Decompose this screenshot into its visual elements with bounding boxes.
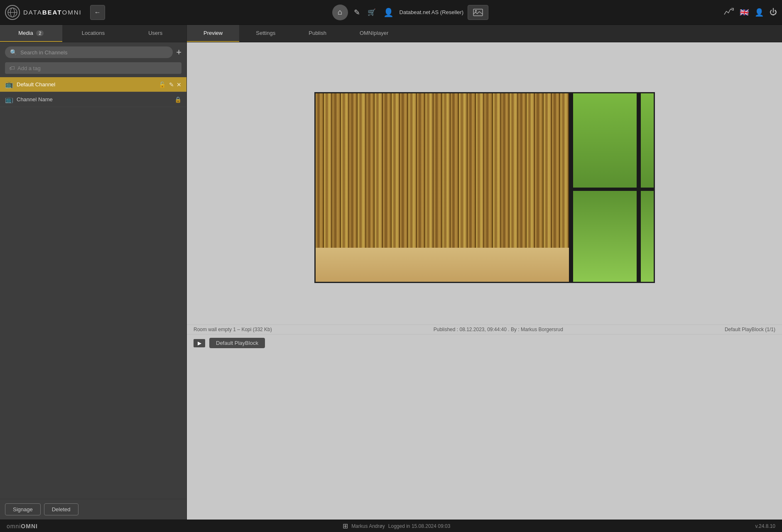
status-user: Markus Andrøy [351,523,385,529]
status-login: Logged in 15.08.2024 09:03 [388,523,450,529]
add-channel-button[interactable]: + [176,48,181,57]
ms-icon: ⊞ [343,522,348,530]
status-center: ⊞ Markus Andrøy Logged in 15.08.2024 09:… [343,522,450,530]
image-button[interactable] [468,5,488,20]
preview-info-bar: Room wall empty 1 – Kopi (332 Kb) Publis… [187,325,782,334]
tag-input-wrapper: 🏷 [5,62,181,74]
flag-icon[interactable]: 🇬🇧 [740,8,749,17]
svg-point-4 [475,10,477,12]
channel-tv-icon: 📺 [5,81,13,88]
window-frame-horizontal [569,188,654,191]
channel-item[interactable]: 📺 Channel Name 🔒 [0,92,186,107]
power-icon[interactable]: ⏻ [770,8,777,17]
back-button[interactable]: ← [90,5,105,20]
media-badge: 2 [36,30,44,36]
preview-controls: ▶ Default PlayBlock [187,334,782,351]
preview-area: Room wall empty 1 – Kopi (332 Kb) Publis… [187,42,782,520]
left-sidebar: Media 2 Locations Users 🔍 + 🏷 [0,25,187,520]
lock-icon: 🔒 [174,96,181,103]
preview-play-button[interactable]: ▶ [194,339,205,347]
brand-text: omniOMNI [7,523,38,530]
main-layout: Media 2 Locations Users 🔍 + 🏷 [0,25,782,520]
tab-media[interactable]: Media 2 [0,25,62,42]
top-navbar: DATABEATOMNI ← ⌂ ✎ 🛒 👤 Databeat.net AS (… [0,0,782,25]
channel-item[interactable]: 📺 Default Channel 🔓 ✎ ✕ [0,77,186,92]
tab-publish[interactable]: Publish [292,25,343,42]
logo-text: DATABEATOMNI [23,9,82,16]
tab-locations[interactable]: Locations [62,25,125,42]
analytics-icon[interactable] [724,7,734,17]
channel-actions: ✎ ✕ [169,81,181,88]
edit-channel-icon[interactable]: ✎ [169,81,174,88]
tab-omniplayer[interactable]: OMNIplayer [343,25,405,42]
user-profile-button[interactable]: 👤 [382,6,395,19]
logo-area: DATABEATOMNI [5,5,82,20]
preview-playblock-info: Default PlayBlock (1/1) [725,327,775,332]
nav-right-icons: 🇬🇧 👤 ⏻ [724,7,777,17]
status-bar: omniOMNI ⊞ Markus Andrøy Logged in 15.08… [0,520,782,532]
window-decoration [569,93,654,282]
person-icon[interactable]: 👤 [755,8,764,17]
sidebar-tabs: Media 2 Locations Users [0,25,186,42]
channel-item-name: Default Channel [17,81,155,88]
preview-top-space [187,42,782,92]
channel-list: 📺 Default Channel 🔓 ✎ ✕ 📺 Channel Name 🔒 [0,77,186,499]
preview-bottom-space [187,283,782,325]
right-content: Preview Settings Publish OMNIplayer [187,25,782,520]
preview-publish-info: Published : 08.12.2023, 09:44:40 . By : … [434,327,563,332]
close-channel-icon[interactable]: ✕ [177,81,181,88]
signage-button[interactable]: Signage [5,503,41,515]
search-input-wrapper: 🔍 [5,46,173,58]
tab-preview[interactable]: Preview [187,25,239,42]
floor-decoration [316,248,569,282]
search-bar: 🔍 + [0,42,186,62]
search-icon: 🔍 [10,49,17,56]
preview-image [316,93,654,282]
nav-center: ⌂ ✎ 🛒 👤 Databeat.net AS (Reseller) [332,5,489,20]
company-name: Databeat.net AS (Reseller) [400,9,464,15]
unlock-icon: 🔓 [159,81,166,88]
deleted-button[interactable]: Deleted [44,503,78,515]
sidebar-footer: Signage Deleted [0,499,186,520]
tag-input[interactable] [17,65,177,71]
status-left: omniOMNI [7,523,38,530]
tab-users[interactable]: Users [124,25,186,42]
edit-button[interactable]: ✎ [352,6,362,19]
playblock-button[interactable]: Default PlayBlock [209,338,265,348]
status-version: v.24.8.10 [755,523,775,529]
logo-icon [5,5,20,20]
preview-filename: Room wall empty 1 – Kopi (332 Kb) [194,327,272,332]
content-tabs: Preview Settings Publish OMNIplayer [187,25,782,42]
wood-slats-decoration [316,93,569,248]
preview-image-container [314,92,655,283]
channel-item-name: Channel Name [17,96,171,102]
sidebar-content: 🔍 + 🏷 📺 Default Channel 🔓 ✎ ✕ [0,42,186,499]
tag-icon: 🏷 [9,65,15,71]
search-input[interactable] [20,49,168,56]
cart-button[interactable]: 🛒 [366,7,378,18]
tab-settings[interactable]: Settings [239,25,292,42]
channel-tv-icon: 📺 [5,95,13,103]
home-button[interactable]: ⌂ [332,5,348,20]
